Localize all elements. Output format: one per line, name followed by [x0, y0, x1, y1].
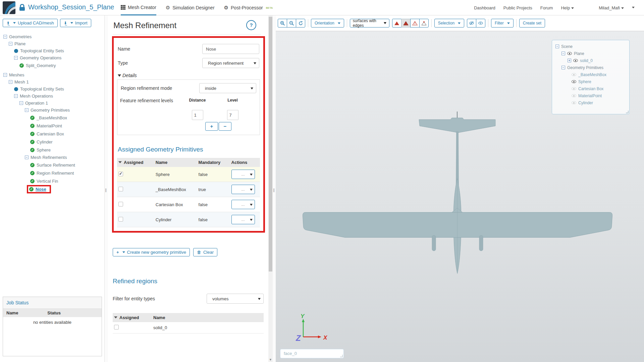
filter-dropdown[interactable]: Filter [491, 19, 514, 27]
solid-edges-view-icon[interactable] [401, 19, 411, 27]
collapse-icon[interactable]: − [9, 42, 12, 46]
collapse-icon[interactable]: − [555, 45, 559, 48]
type-select[interactable]: Region refinement [202, 58, 259, 68]
name-input[interactable] [202, 44, 259, 54]
tree-item-geometries[interactable]: −Geometries [0, 33, 104, 40]
help-menu[interactable]: Help [561, 5, 574, 10]
table-row[interactable]: solid_0 [113, 322, 264, 334]
region-mode-select[interactable]: inside [199, 83, 256, 93]
add-row-button[interactable]: + [205, 122, 218, 131]
table-row[interactable]: Cartesian Box false ... [117, 197, 260, 212]
show-icon[interactable] [476, 19, 485, 27]
tree-item-region-refinement[interactable]: ✓Region Refinement [0, 169, 104, 177]
assigned-checkbox[interactable] [114, 325, 119, 329]
collapse-icon[interactable]: − [14, 56, 18, 60]
scene-item-cylinder[interactable]: Cylinder [554, 99, 627, 106]
scroll-down-arrow[interactable]: ▼ [269, 358, 272, 361]
window-menu-caret[interactable] [632, 7, 635, 8]
scene-item-plane[interactable]: −Plane [554, 50, 627, 57]
collapse-icon[interactable]: − [9, 80, 12, 84]
eye-off-icon[interactable] [572, 73, 576, 76]
create-primitive-button[interactable]: + Create new geometry primitive [113, 248, 190, 256]
entity-filter-select[interactable]: volumes [207, 294, 264, 304]
tree-item-geometry-primitives[interactable]: −Geometry Primitives [0, 107, 104, 114]
tree-item-operation-1[interactable]: −Operation 1 [0, 100, 104, 107]
user-menu[interactable]: Milad_Mafi [599, 5, 624, 10]
remove-row-button[interactable]: − [219, 122, 231, 131]
hide-icon[interactable] [467, 19, 476, 27]
scene-item-cartesian-box[interactable]: Cartesian Box [554, 85, 627, 92]
3d-viewport[interactable]: −Scene −Plane +solid_0 −Geometry Primiti… [276, 31, 644, 362]
tree-item-basemeshbox[interactable]: ✓_BaseMeshBox [0, 114, 104, 122]
tree-item-plane[interactable]: −Plane [0, 40, 104, 47]
tree-item-materialpoint[interactable]: ✓MaterialPoint [0, 122, 104, 130]
tree-item-mesh-refinements[interactable]: −Mesh Refinements [0, 154, 104, 161]
assigned-checkbox[interactable] [118, 187, 123, 191]
clear-button[interactable]: 🗑 Clear [193, 248, 217, 256]
collapse-icon[interactable]: − [14, 94, 18, 98]
render-mode-select[interactable]: surfaces with edges [350, 19, 389, 27]
create-set-button[interactable]: Create set [519, 19, 545, 27]
scene-item-sphere[interactable]: Sphere [554, 78, 627, 85]
tab-mesh-creator[interactable]: Mesh Creator [121, 0, 156, 15]
tab-post-processor[interactable]: ⚙ Post-ProcessorBETA [224, 0, 273, 15]
tree-item-topological-entity-sets[interactable]: Topological Entity Sets [0, 47, 104, 54]
actions-select[interactable]: ... [231, 200, 255, 209]
tree-item-nose[interactable]: ✓ Nose [0, 185, 104, 193]
distance-input[interactable] [192, 110, 203, 120]
collapse-icon[interactable]: − [25, 108, 29, 112]
table-row[interactable]: Cylinder false ... [117, 212, 260, 227]
collapse-icon[interactable]: − [561, 66, 565, 69]
collapse-icon[interactable]: − [3, 35, 7, 39]
help-button[interactable]: ? [246, 20, 256, 30]
solid-view-icon[interactable] [392, 19, 401, 27]
sort-arrow-icon[interactable] [114, 316, 117, 318]
collapse-icon[interactable]: − [19, 101, 23, 105]
assigned-checkbox[interactable] [118, 172, 123, 176]
scene-item-scene[interactable]: −Scene [554, 43, 627, 50]
refresh-icon[interactable] [296, 19, 305, 27]
resize-handle-icon[interactable] [626, 111, 629, 113]
wireframe-view-icon[interactable] [410, 19, 420, 27]
actions-select[interactable]: ... [231, 185, 255, 194]
eye-off-icon[interactable] [572, 94, 576, 97]
tree-item-cartesian-box[interactable]: ✓Cartesian Box [0, 130, 104, 138]
eye-icon[interactable] [567, 52, 572, 55]
sort-arrow-icon[interactable] [118, 161, 122, 163]
link-forum[interactable]: Forum [540, 5, 553, 10]
points-view-icon[interactable] [419, 19, 429, 27]
eye-off-icon[interactable] [572, 101, 576, 104]
assigned-checkbox[interactable] [118, 217, 123, 222]
table-row[interactable]: Sphere false ... [117, 167, 260, 182]
tree-item-cylinder[interactable]: ✓Cylinder [0, 138, 104, 146]
tree-item-surface-refinement[interactable]: ✓Surface Refinement [0, 161, 104, 169]
link-public-projects[interactable]: Public Projects [503, 5, 532, 10]
table-row[interactable]: _BaseMeshBox true ... [117, 182, 260, 197]
tree-item-split-geometry[interactable]: ✓Split_Geometry [0, 61, 104, 69]
collapse-icon[interactable]: − [561, 52, 565, 55]
eye-icon[interactable] [573, 59, 578, 62]
link-dashboard[interactable]: Dashboard [474, 5, 495, 10]
zoom-out-icon[interactable] [287, 19, 296, 27]
expand-icon[interactable]: + [568, 59, 571, 62]
details-toggle[interactable]: Details [118, 73, 259, 78]
import-button[interactable]: ⬇̲ Import [60, 19, 91, 27]
upload-cad-button[interactable]: ⬆̲ Upload CAD/mesh [3, 19, 58, 27]
tree-item-mesh-operations[interactable]: −Mesh Operations [0, 93, 104, 100]
scene-item-basemeshbox[interactable]: _BaseMeshBox [554, 71, 627, 78]
selection-dropdown[interactable]: Selection [434, 19, 464, 27]
actions-select[interactable]: ... [231, 170, 255, 179]
tree-item-mesh-1[interactable]: −Mesh 1 [0, 78, 104, 85]
scene-item-solid-0[interactable]: +solid_0 [554, 57, 627, 64]
tree-item-geometry-operations[interactable]: −Geometry Operations [0, 54, 104, 61]
collapse-icon[interactable]: − [25, 156, 29, 159]
collapse-icon[interactable]: − [3, 73, 7, 77]
assigned-checkbox[interactable] [118, 202, 123, 206]
zoom-in-icon[interactable] [278, 19, 287, 27]
level-input[interactable] [227, 110, 238, 120]
tree-item-meshes[interactable]: −Meshes [0, 71, 104, 78]
form-panel-scrollbar[interactable]: ▼ [268, 15, 273, 362]
tree-item-vertical-fin[interactable]: ✓Vertical Fin [0, 177, 104, 185]
actions-select[interactable]: ... [231, 215, 255, 224]
tab-simulation-designer[interactable]: ⚙ Simulation Designer [166, 0, 215, 15]
